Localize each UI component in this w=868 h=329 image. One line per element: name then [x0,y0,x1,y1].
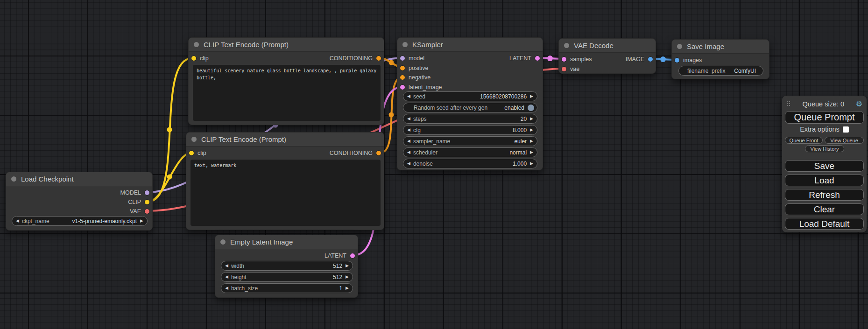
input-label-clip: clip [200,55,209,62]
scheduler-widget[interactable]: ◀ scheduler normal ▶ [403,147,537,157]
node-title: Empty Latent Image [230,238,293,246]
prompt-textarea[interactable]: beautiful scenery nature glass bottle la… [193,65,381,121]
drag-handle-icon[interactable] [787,101,791,107]
right-arrow-icon[interactable]: ▶ [530,117,533,121]
samples-input-port[interactable] [562,57,566,62]
view-history-button[interactable]: View History [805,145,844,152]
queue-prompt-button[interactable]: Queue Prompt [785,111,864,124]
node-save-image[interactable]: Save Image images filename_prefix ComfyU… [671,39,769,79]
toggle-dot-icon[interactable] [528,105,534,111]
width-widget[interactable]: ◀ width 512 ▶ [221,261,353,271]
node-title-bar[interactable]: KSampler [397,38,543,52]
view-queue-button[interactable]: View Queue [825,137,864,144]
left-arrow-icon[interactable]: ◀ [407,150,410,154]
widget-value: 1 [339,285,342,292]
filename-prefix-widget[interactable]: filename_prefix ComfyUI [678,66,763,76]
input-label-latent-image: latent_image [409,84,442,91]
right-arrow-icon[interactable]: ▶ [346,275,349,279]
vae-input-port[interactable] [562,67,566,71]
collapse-dot-icon[interactable] [677,44,682,49]
conditioning-output-port[interactable] [376,151,381,155]
conditioning-output-port[interactable] [376,56,381,61]
model-output-port[interactable] [145,190,149,195]
right-arrow-icon[interactable]: ▶ [140,219,143,223]
model-input-port[interactable] [400,56,405,61]
widget-label: scheduler [413,149,507,156]
left-arrow-icon[interactable]: ◀ [225,275,228,279]
node-vae-decode[interactable]: VAE Decode samples vae IMAGE [558,38,656,74]
queue-front-button[interactable]: Queue Front [785,137,823,144]
output-label-conditioning: CONDITIONING [330,55,373,62]
node-title-bar[interactable]: Empty Latent Image [215,235,358,249]
widget-value: 512 [333,263,342,269]
left-arrow-icon[interactable]: ◀ [407,139,410,143]
latent-output-port[interactable] [350,253,355,258]
clip-output-port[interactable] [145,200,149,204]
collapse-dot-icon[interactable] [191,137,197,142]
positive-input-port[interactable] [400,66,405,70]
right-arrow-icon[interactable]: ▶ [530,128,533,132]
node-empty-latent-image[interactable]: Empty Latent Image LATENT ◀ width 512 ▶ … [215,235,358,298]
right-arrow-icon[interactable]: ▶ [530,161,533,166]
left-arrow-icon[interactable]: ◀ [407,161,410,166]
right-arrow-icon[interactable]: ▶ [530,94,533,98]
right-arrow-icon[interactable]: ▶ [346,286,349,290]
collapse-dot-icon[interactable] [194,42,199,47]
left-arrow-icon[interactable]: ◀ [407,117,410,121]
left-arrow-icon[interactable]: ◀ [225,286,228,290]
widget-label: width [231,263,330,269]
latent-image-input-port[interactable] [400,85,405,90]
output-label-latent: LATENT [509,55,531,62]
negative-input-port[interactable] [400,75,405,80]
collapse-dot-icon[interactable] [402,42,408,47]
images-input-port[interactable] [675,58,679,63]
height-widget[interactable]: ◀ height 512 ▶ [221,272,353,282]
collapse-dot-icon[interactable] [220,239,226,245]
left-arrow-icon[interactable]: ◀ [407,128,410,132]
gear-icon[interactable]: ⚙ [856,100,862,108]
collapse-dot-icon[interactable] [564,43,569,48]
extra-options-checkbox[interactable] [843,126,849,133]
node-ksampler[interactable]: KSampler model positive negative latent_… [397,37,543,170]
widget-label: batch_size [231,285,336,292]
clip-input-port[interactable] [191,56,196,61]
widget-label: sampler_name [413,138,511,145]
sampler-name-widget[interactable]: ◀ sampler_name euler ▶ [403,136,537,146]
node-title-bar[interactable]: CLIP Text Encode (Prompt) [186,133,384,147]
seed-widget[interactable]: ◀ seed 156680208700286 ▶ [403,91,537,101]
queue-panel: Queue size: 0 ⚙ Queue Prompt Extra optio… [782,96,867,232]
image-output-port[interactable] [648,57,653,62]
node-load-checkpoint[interactable]: Load Checkpoint MODEL CLIP VAE ◀ ckpt_na… [6,172,153,231]
left-arrow-icon[interactable]: ◀ [225,264,228,268]
latent-output-port[interactable] [535,56,540,61]
steps-widget[interactable]: ◀ steps 20 ▶ [403,114,537,124]
right-arrow-icon[interactable]: ▶ [530,150,533,154]
right-arrow-icon[interactable]: ▶ [346,264,349,268]
node-title-bar[interactable]: Save Image [672,40,769,54]
load-button[interactable]: Load [785,175,864,186]
load-default-button[interactable]: Load Default [785,218,864,230]
wire-midpoint-dot [389,112,394,118]
node-clip-text-encode-negative[interactable]: CLIP Text Encode (Prompt) clip CONDITION… [186,132,384,230]
random-seed-toggle-widget[interactable]: Random seed after every gen enabled [403,103,537,112]
denoise-widget[interactable]: ◀ denoise 1.000 ▶ [403,159,537,168]
extra-options-label: Extra options [800,126,840,133]
vae-output-port[interactable] [145,209,149,214]
node-title-bar[interactable]: VAE Decode [559,39,656,53]
left-arrow-icon[interactable]: ◀ [407,94,410,98]
right-arrow-icon[interactable]: ▶ [530,139,533,143]
save-button[interactable]: Save [785,160,864,172]
ckpt-name-widget[interactable]: ◀ ckpt_name v1-5-pruned-emaonly.ckpt ▶ [12,216,148,226]
node-title: CLIP Text Encode (Prompt) [201,135,286,143]
clear-button[interactable]: Clear [785,203,864,215]
node-title-bar[interactable]: Load Checkpoint [6,172,152,186]
clip-input-port[interactable] [189,151,194,155]
cfg-widget[interactable]: ◀ cfg 8.000 ▶ [403,125,537,135]
node-clip-text-encode-positive[interactable]: CLIP Text Encode (Prompt) clip CONDITION… [188,37,384,125]
batch-size-widget[interactable]: ◀ batch_size 1 ▶ [221,283,353,293]
prompt-textarea[interactable]: text, watermark [191,160,381,226]
node-title-bar[interactable]: CLIP Text Encode (Prompt) [189,38,384,52]
collapse-dot-icon[interactable] [11,176,16,182]
left-arrow-icon[interactable]: ◀ [16,219,19,223]
refresh-button[interactable]: Refresh [785,189,864,201]
